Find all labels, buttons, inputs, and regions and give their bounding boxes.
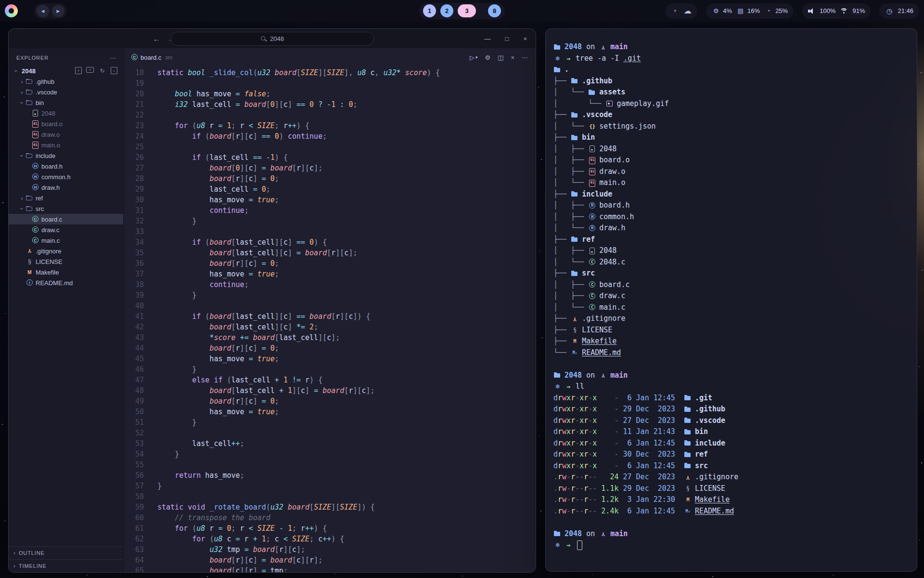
explorer-item-board.o[interactable]: 01board.o (9, 118, 123, 129)
settings-gear-icon[interactable]: ⚙ (485, 54, 490, 61)
close-button[interactable]: × (523, 35, 527, 42)
media-prev-button[interactable]: ◀ (37, 5, 49, 17)
explorer-item-board.h[interactable]: Hboard.h (9, 161, 123, 171)
code-line[interactable]: 36 board[r][c] = 0; (124, 258, 536, 269)
explorer-item-.gitignore[interactable]: Y.gitignore (9, 246, 123, 256)
code-line[interactable]: 23 for (u8 r = 1; r < SIZE; r++) { (124, 120, 536, 131)
code-line[interactable]: 59static void _rotate_board(u32 board[SI… (124, 502, 536, 512)
code-line[interactable]: 53 last_cell++; (124, 438, 536, 449)
explorer-item-common.h[interactable]: Hcommon.h (9, 171, 123, 182)
code-line[interactable]: 30 has_move = true; (124, 195, 536, 205)
stat-disk[interactable]: ◔25% (764, 7, 788, 15)
code-line[interactable]: 42 board[last_cell][c] *= 2; (124, 322, 536, 332)
code-line[interactable]: 25 (124, 142, 536, 152)
code-line[interactable]: 33 (124, 226, 536, 237)
code-line[interactable]: 45 has_move = true; (124, 354, 536, 364)
terminal-window[interactable]: 2048 on Ymain❄→tree -a -I .git.├── .gith… (545, 28, 917, 572)
explorer-item-draw.h[interactable]: Hdraw.h (9, 182, 123, 193)
code-line[interactable]: 18static bool _slide_col(u32 board[SIZE]… (124, 67, 536, 78)
timeline-section[interactable]: › TIMELINE (9, 559, 123, 572)
close-editor-icon[interactable]: × (511, 54, 514, 61)
stat-memory[interactable]: ▤16% (736, 7, 760, 15)
code-line[interactable]: 43 *score += board[last_cell][c]; (124, 332, 536, 343)
code-line[interactable]: 46 } (124, 364, 536, 375)
refresh-button[interactable]: ↻ (98, 67, 106, 75)
explorer-item-draw.c[interactable]: Cdraw.c (9, 224, 123, 235)
code-line[interactable]: 31 continue; (124, 205, 536, 216)
code-line[interactable]: 24 if (board[r][c] == 0) continue; (124, 131, 536, 142)
clock-widget[interactable]: ◷ 21:46 (879, 3, 919, 19)
code-line[interactable]: 38 continue; (124, 279, 536, 290)
code-area[interactable]: 18static bool _slide_col(u32 board[SIZE]… (124, 66, 536, 572)
weather-widget[interactable]: ▾ ☁ (665, 3, 697, 19)
workspace-1[interactable]: 1 (423, 4, 436, 17)
code-line[interactable]: 32 } (124, 216, 536, 226)
workspace-3[interactable]: 3 (458, 4, 476, 17)
new-folder-button[interactable]: + (86, 67, 94, 73)
explorer-more-icon[interactable]: ⋯ (110, 54, 116, 62)
code-line[interactable]: 28 board[r][c] = 0; (124, 173, 536, 184)
code-line[interactable]: 40 (124, 301, 536, 311)
minimize-button[interactable]: — (485, 35, 491, 42)
code-line[interactable]: 63 u32 tmp = board[r][c]; (124, 544, 536, 555)
explorer-item-.github[interactable]: ›.github (9, 76, 123, 87)
workspace-8[interactable]: 8 (488, 4, 501, 17)
editor-titlebar[interactable]: ← → 2048 — □ × (9, 29, 536, 48)
explorer-item-Makefile[interactable]: MMakefile (9, 267, 123, 277)
code-line[interactable]: 26 if (last_cell == -1) { (124, 152, 536, 163)
terminal-cursor[interactable] (577, 540, 582, 550)
code-line[interactable]: 21 i32 last_cell = board[0][c] == 0 ? -1… (124, 99, 536, 110)
code-line[interactable]: 44 board[r][c] = 0; (124, 343, 536, 354)
command-center-search[interactable]: 2048 (171, 32, 374, 46)
explorer-item-board.c[interactable]: Cboard.c (9, 214, 123, 224)
explorer-item-src[interactable]: ›src (9, 203, 123, 214)
explorer-item-draw.o[interactable]: 01draw.o (9, 129, 123, 140)
explorer-item-LICENSE[interactable]: §LICENSE (9, 256, 123, 267)
explorer-item-ref[interactable]: ›ref (9, 193, 123, 203)
stat-cpu[interactable]: ⚙4% (712, 7, 732, 15)
code-line[interactable]: 22 (124, 110, 536, 120)
explorer-item-include[interactable]: ›include (9, 150, 123, 161)
code-line[interactable]: 64 board[r][c] = board[c][r]; (124, 555, 536, 565)
code-line[interactable]: 65 board[c][r] = tmp; (124, 565, 536, 572)
code-line[interactable]: 34 if (board[last_cell][c] == 0) { (124, 237, 536, 248)
code-line[interactable]: 57} (124, 481, 536, 491)
explorer-item-README.md[interactable]: iREADME.md (9, 277, 123, 288)
code-line[interactable]: 27 board[0][c] = board[r][c]; (124, 163, 536, 173)
more-actions-icon[interactable]: ⋯ (522, 54, 528, 61)
code-line[interactable]: 62 for (u8 c = r + 1; c < SIZE; c++) { (124, 534, 536, 544)
code-line[interactable]: 55 (124, 460, 536, 470)
code-line[interactable]: 60 // transpose the board (124, 512, 536, 523)
volume-network-widget[interactable]: 100% 91% (802, 3, 871, 19)
code-line[interactable]: 51 } (124, 417, 536, 428)
code-line[interactable]: 41 if (board[last_cell][c] == board[r][c… (124, 311, 536, 322)
code-line[interactable]: 52 (124, 428, 536, 438)
explorer-item-bin[interactable]: ›bin (9, 97, 123, 108)
explorer-item-main.o[interactable]: 01main.o (9, 140, 123, 150)
code-line[interactable]: 20 bool has_move = false; (124, 89, 536, 99)
workspace-2[interactable]: 2 (440, 4, 453, 17)
run-button[interactable]: ▷ ▾ (470, 54, 478, 61)
code-line[interactable]: 19 (124, 78, 536, 89)
code-line[interactable]: 29 last_cell = 0; (124, 184, 536, 195)
back-icon[interactable]: ← (153, 35, 160, 43)
code-line[interactable]: 35 board[last_cell][c] = board[r][c]; (124, 248, 536, 258)
code-line[interactable]: 48 board[last_cell + 1][c] = board[r][c]… (124, 385, 536, 396)
code-line[interactable]: 50 has_move = true; (124, 407, 536, 417)
code-line[interactable]: 56 return has_move; (124, 470, 536, 481)
explorer-item-main.c[interactable]: Cmain.c (9, 235, 123, 246)
code-line[interactable]: 54 } (124, 449, 536, 460)
tab-board-c[interactable]: C board.c src (130, 53, 173, 61)
media-next-button[interactable]: ▶ (52, 5, 64, 17)
code-line[interactable]: 49 board[r][c] = 0; (124, 396, 536, 407)
distro-logo-icon[interactable] (5, 4, 18, 17)
explorer-item-2048[interactable]: 2048 (9, 108, 123, 118)
code-line[interactable]: 58 (124, 491, 536, 502)
code-line[interactable]: 47 else if (last_cell + 1 != r) { (124, 375, 536, 385)
explorer-item-.vscode[interactable]: ›.vscode (9, 87, 123, 97)
new-file-button[interactable]: + (75, 67, 82, 74)
explorer-item-2048[interactable]: ›2048++↻− (9, 66, 123, 76)
outline-section[interactable]: › OUTLINE (9, 546, 123, 559)
split-editor-icon[interactable]: ◫ (498, 54, 503, 61)
code-line[interactable]: 37 has_move = true; (124, 269, 536, 279)
